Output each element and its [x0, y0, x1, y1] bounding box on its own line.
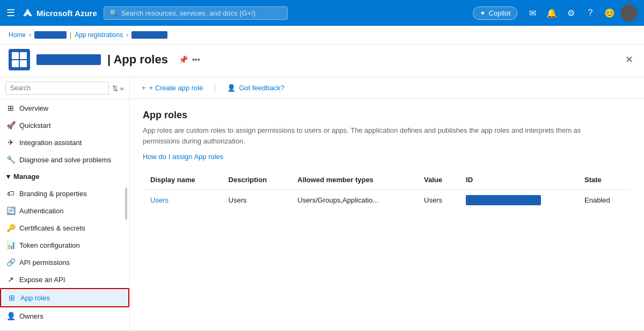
breadcrumb-separator-3: ›: [126, 31, 128, 39]
sidebar-search-container: ⇅ «: [0, 77, 129, 99]
sidebar-search-input[interactable]: [5, 82, 109, 95]
sidebar-item-label: Roles and administrators: [19, 329, 97, 330]
sidebar-item-label: Integration assistant: [19, 139, 82, 147]
hamburger-menu-icon[interactable]: ☰: [6, 7, 15, 19]
bell-icon[interactable]: 🔔: [543, 4, 560, 21]
breadcrumb-app-name[interactable]: [131, 31, 167, 39]
sidebar-item-label: Quickstart: [19, 121, 51, 129]
sidebar-item-expose-api[interactable]: ↗ Expose an API: [0, 271, 129, 288]
expose-api-icon: ↗: [6, 275, 15, 284]
sidebar-item-overview[interactable]: ⊞ Overview: [0, 99, 129, 117]
feedback-label: Got feedback?: [239, 84, 284, 92]
sidebar-item-label: Certificates & secrets: [19, 224, 85, 232]
create-app-role-button[interactable]: + + Create app role: [138, 82, 206, 94]
search-icon: 🔍: [109, 9, 118, 17]
azure-logo-text: Microsoft Azure: [36, 9, 97, 18]
sidebar-item-api-permissions[interactable]: 🔗 API permissions: [0, 254, 129, 271]
content-body: App roles App roles are custom roles to …: [130, 99, 644, 222]
api-permissions-icon: 🔗: [6, 258, 15, 267]
sidebar-item-label: API permissions: [19, 258, 70, 267]
breadcrumb-separator-1: ›: [29, 31, 31, 39]
sidebar-collapse-icon[interactable]: «: [120, 84, 124, 92]
cell-description: Users: [222, 190, 291, 212]
sidebar-item-branding[interactable]: 🏷 Branding & properties: [0, 185, 129, 202]
breadcrumb-app-registrations[interactable]: App registrations: [75, 31, 123, 39]
sidebar-item-label: App roles: [20, 294, 50, 302]
close-button[interactable]: ✕: [623, 52, 635, 68]
global-search-bar[interactable]: 🔍: [104, 6, 288, 20]
app-roles-table: Display name Description Allowed member …: [143, 169, 631, 212]
sidebar-item-label: Owners: [19, 312, 43, 320]
cell-value: Users: [418, 190, 459, 212]
owners-icon: 👤: [6, 312, 15, 320]
col-value: Value: [418, 170, 459, 190]
page-header-actions: 📌 •••: [179, 55, 200, 64]
sidebar: ⇅ « ⊞ Overview 🚀 Quickstart ✈ Integratio…: [0, 77, 130, 330]
sidebar-item-integration-assistant[interactable]: ✈ Integration assistant: [0, 134, 129, 151]
col-description: Description: [222, 170, 291, 190]
feedback-icon[interactable]: 😊: [601, 4, 618, 21]
sidebar-item-label: Authentication: [19, 207, 63, 215]
table-row: Users Users Users/Groups,Applicatio... U…: [143, 190, 631, 212]
app-roles-icon: ⊞: [8, 293, 16, 302]
sidebar-item-authentication[interactable]: 🔄 Authentication: [0, 202, 129, 219]
feedback-person-icon: 👤: [227, 84, 236, 92]
copilot-label: Copilot: [489, 9, 510, 17]
cell-state: Enabled: [578, 190, 631, 212]
sidebar-sort-icon[interactable]: ⇅: [112, 84, 118, 92]
cell-id: [459, 190, 578, 212]
sidebar-item-label: Branding & properties: [19, 190, 87, 198]
user-avatar[interactable]: [620, 4, 638, 21]
overview-icon: ⊞: [6, 104, 15, 112]
breadcrumb-home[interactable]: Home: [9, 31, 26, 39]
breadcrumb-tenant[interactable]: [34, 31, 67, 39]
more-options-icon[interactable]: •••: [192, 55, 200, 64]
certificates-icon: 🔑: [6, 224, 15, 232]
help-link[interactable]: How do I assign App roles: [143, 153, 223, 161]
create-app-role-label: + Create app role: [149, 84, 203, 92]
azure-logo: Microsoft Azure: [21, 8, 97, 18]
sidebar-item-app-roles[interactable]: ⊞ App roles: [0, 288, 129, 307]
top-bar-icons-group: ✉ 🔔 ⚙ ? 😊: [524, 4, 638, 21]
sidebar-item-quickstart[interactable]: 🚀 Quickstart: [0, 117, 129, 134]
sidebar-section-label: Manage: [13, 172, 39, 181]
sidebar-item-diagnose[interactable]: 🔧 Diagnose and solve problems: [0, 151, 129, 168]
sidebar-item-label: Expose an API: [19, 276, 65, 284]
content-toolbar: + + Create app role 👤 Got feedback?: [130, 77, 644, 99]
table-header-row: Display name Description Allowed member …: [143, 170, 631, 190]
row-display-name-link[interactable]: Users: [150, 196, 169, 204]
token-icon: 📊: [6, 241, 15, 249]
help-icon[interactable]: ?: [582, 4, 599, 21]
copilot-button[interactable]: ✦ Copilot: [473, 6, 517, 20]
top-navigation-bar: ☰ Microsoft Azure 🔍 ✦ Copilot ✉ 🔔 ⚙ ? 😊: [0, 0, 644, 26]
page-header: | App roles 📌 ••• ✕: [0, 45, 644, 77]
sidebar-item-roles-administrators[interactable]: 👥 Roles and administrators: [0, 325, 129, 330]
sidebar-item-label: Overview: [19, 104, 48, 112]
chevron-down-icon: ▾: [6, 172, 10, 181]
page-title: | App roles: [107, 53, 168, 67]
global-search-input[interactable]: [121, 9, 282, 17]
breadcrumb: Home › | App registrations ›: [0, 26, 644, 45]
feedback-button[interactable]: 👤 Got feedback?: [224, 82, 288, 94]
id-blurred-value: [466, 195, 541, 205]
pin-icon[interactable]: 📌: [179, 55, 188, 64]
col-state: State: [578, 170, 631, 190]
sidebar-item-certificates[interactable]: 🔑 Certificates & secrets: [0, 219, 129, 236]
sidebar-item-owners[interactable]: 👤 Owners: [0, 307, 129, 325]
breadcrumb-separator-2: |: [70, 31, 71, 39]
quickstart-icon: 🚀: [6, 121, 15, 129]
plus-icon: +: [142, 84, 146, 92]
copilot-icon: ✦: [480, 9, 486, 17]
sidebar-item-token-configuration[interactable]: 📊 Token configuration: [0, 236, 129, 254]
diagnose-icon: 🔧: [6, 155, 15, 164]
sidebar-section-manage[interactable]: ▾ Manage: [0, 168, 129, 185]
content-area: + + Create app role 👤 Got feedback? App …: [130, 77, 644, 330]
app-icon: [9, 49, 30, 70]
sidebar-scroll-bar: [125, 188, 127, 220]
col-display-name: Display name: [143, 170, 222, 190]
mail-icon[interactable]: ✉: [524, 4, 541, 21]
settings-icon[interactable]: ⚙: [562, 4, 580, 21]
main-layout: ⇅ « ⊞ Overview 🚀 Quickstart ✈ Integratio…: [0, 77, 644, 330]
integration-icon: ✈: [6, 138, 15, 147]
authentication-icon: 🔄: [6, 206, 15, 215]
